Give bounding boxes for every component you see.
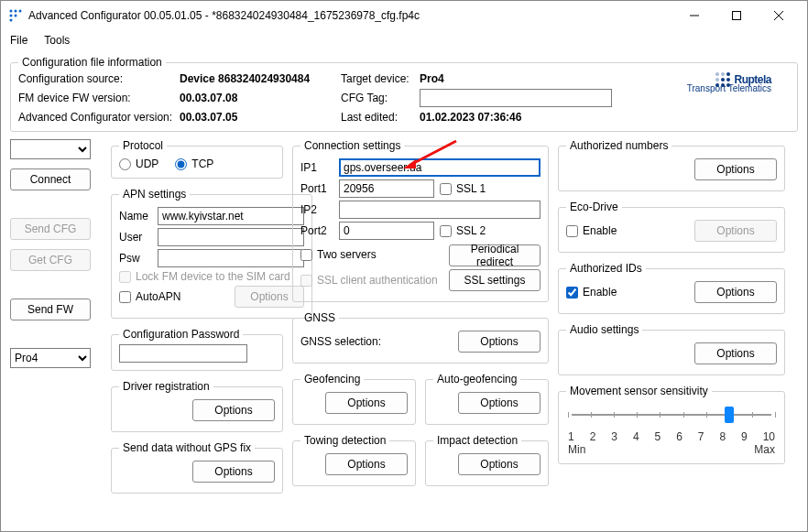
brand-tagline: Transport Telematics [687,83,771,93]
auto-geofencing-group: Auto-geofencing Options [425,373,549,425]
fw-version-label: FM device FW version: [18,92,174,104]
audio-options-button[interactable]: Options [694,342,777,364]
slider-max-label: Max [754,443,775,456]
ssl-settings-button[interactable]: SSL settings [449,269,540,291]
ip1-input[interactable] [339,158,540,177]
app-icon [8,8,23,23]
ssl2-checkbox[interactable]: SSL 2 [440,224,486,237]
protocol-group: Protocol UDP TCP [111,139,283,179]
adv-cfg-version-label: Advanced Configurator version: [18,111,174,124]
authids-options-button[interactable]: Options [694,281,777,303]
file-info-legend: Configuration file information [18,56,166,69]
protocol-tcp-radio[interactable]: TCP [175,157,213,170]
driver-registration-group: Driver registration Options [111,380,283,432]
two-servers-checkbox[interactable]: Two servers [300,248,377,261]
menu-tools[interactable]: Tools [44,34,70,47]
port-select[interactable] [10,139,91,159]
authids-enable-checkbox[interactable]: Enable [566,286,617,299]
cfg-source-value: Device 868324024930484 [180,72,335,85]
device-model-select[interactable]: Pro4 [10,348,91,368]
movement-sensor-group: Movement sensor sensitivity 12345678910 … [558,385,785,464]
cfg-tag-label: CFG Tag: [341,92,414,104]
svg-point-0 [10,10,13,13]
towing-group: Towing detection Options [292,434,416,486]
maximize-button[interactable] [715,1,758,30]
port1-input[interactable] [339,179,434,198]
autoapn-checkbox[interactable]: AutoAPN [119,290,180,303]
adv-cfg-version-value: 00.03.07.05 [180,111,335,124]
svg-point-2 [19,10,22,13]
send-cfg-button: Send CFG [10,218,91,240]
gnss-group: GNSS GNSS selection: Options [292,311,549,364]
lock-sim-checkbox [119,271,131,283]
cfg-password-group: Configuration Password [111,328,283,371]
audio-settings-group: Audio settings Options [558,323,785,375]
towing-options-button[interactable]: Options [325,453,408,475]
impact-options-button[interactable]: Options [458,453,540,475]
menu-file[interactable]: File [10,34,27,47]
driver-reg-options-button[interactable]: Options [192,399,275,421]
connect-button[interactable]: Connect [10,168,91,190]
eco-enable-checkbox[interactable]: Enable [566,224,617,237]
svg-point-4 [15,15,17,17]
eco-drive-group: Eco-Drive Enable Options [558,201,785,253]
cfg-tag-input[interactable] [420,89,612,107]
minimize-button[interactable] [673,1,715,30]
movement-sensitivity-slider[interactable] [568,407,775,429]
autogeo-options-button[interactable]: Options [458,392,540,414]
apn-name-input[interactable] [158,207,304,225]
geofencing-group: Geofencing Options [292,373,416,425]
fw-version-value: 00.03.07.08 [180,92,335,104]
file-info-group: Configuration file information Configura… [10,56,798,132]
svg-point-5 [10,19,13,22]
eco-options-button: Options [694,220,777,242]
ssl-auth-checkbox [300,275,312,287]
window-title: Advanced Configurator 00.05.01.05 - *868… [28,9,673,22]
authorized-ids-group: Authorized IDs Enable Options [558,262,785,314]
last-edited-label: Last edited: [341,111,414,124]
authnum-options-button[interactable]: Options [694,158,777,180]
connection-settings-group: Connection settings IP1 Port1 SSL 1 IP2 … [292,139,549,302]
send-gps-options-button[interactable]: Options [192,461,275,483]
gnss-options-button[interactable]: Options [458,331,540,353]
cfg-password-input[interactable] [119,344,247,363]
svg-point-1 [15,10,17,13]
ip2-input[interactable] [339,201,540,219]
last-edited-value: 01.02.2023 07:36:46 [420,111,612,124]
apn-user-input[interactable] [158,228,304,246]
port2-input[interactable] [339,222,434,240]
brand-logo: Ruptela Transport Telematics [687,72,771,93]
svg-rect-7 [733,12,741,20]
get-cfg-button: Get CFG [10,249,91,271]
protocol-udp-radio[interactable]: UDP [119,157,158,170]
target-device-value: Pro4 [420,72,612,85]
impact-group: Impact detection Options [425,434,549,486]
close-button[interactable] [758,1,800,30]
target-device-label: Target device: [341,72,414,85]
geofencing-options-button[interactable]: Options [325,392,408,414]
cfg-source-label: Configuration source: [18,72,174,85]
authorized-numbers-group: Authorized numbers Options [558,139,785,191]
apn-psw-input[interactable] [158,249,304,267]
svg-point-3 [10,15,13,17]
send-fw-button[interactable]: Send FW [10,299,91,320]
send-gps-group: Send data without GPS fix Options [111,441,283,494]
slider-min-label: Min [568,443,585,456]
periodical-redirect-button[interactable]: Periodical redirect [449,244,540,266]
apn-group: APN settings Name User Psw Lock FM devic… [111,188,312,319]
ssl1-checkbox[interactable]: SSL 1 [440,182,486,195]
